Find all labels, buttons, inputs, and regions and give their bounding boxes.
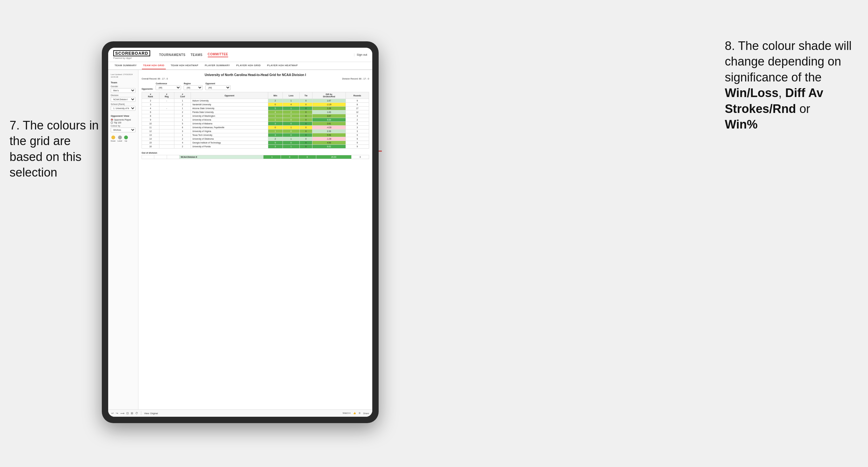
- cell-tie: 0: [300, 141, 312, 145]
- tab-player-h2h-heatmap[interactable]: PLAYER H2H HEATMAP: [266, 62, 299, 69]
- opponent-filter: Opponent (All): [205, 83, 231, 90]
- cell-diff: 3.67: [312, 114, 345, 118]
- ood-reg: [154, 155, 167, 159]
- cell-diff: 2.33: [312, 129, 345, 133]
- colour-by-label: Colour by: [111, 125, 135, 127]
- toolbar-feedback[interactable]: 👍: [353, 412, 356, 414]
- cell-rounds: 12: [345, 111, 369, 114]
- sub-nav: TEAM SUMMARY TEAM H2H GRID TEAM H2H HEAT…: [108, 62, 372, 70]
- col-rounds: Rounds: [345, 92, 369, 99]
- data-table: #Rank #Reg #Conf Opponent Win Loss Tie D…: [142, 92, 369, 149]
- toolbar-view-label[interactable]: View: Original: [144, 412, 158, 414]
- cell-win: 5: [268, 106, 283, 111]
- cell-tie: 0: [300, 106, 312, 111]
- table-row: 4 - 1 Arizona State University 5 1 0 2.2…: [142, 106, 369, 111]
- cell-conf: 1: [174, 99, 191, 103]
- annotation-left: 7. The colours in the grid are based on …: [9, 118, 102, 181]
- table-row: 10 5 University of Alabama 3 0 0 2.61 8: [142, 122, 369, 126]
- sidebar-timestamp: Last Updated: 27/03/2024 16:55:38: [111, 73, 135, 79]
- cell-tie: 0: [300, 103, 312, 106]
- cell-opponent: University of Oklahoma: [191, 137, 268, 141]
- col-reg: #Reg: [159, 92, 174, 99]
- opponent-select[interactable]: (All): [205, 85, 231, 90]
- cell-diff: 2.28: [312, 106, 345, 111]
- tab-player-summary[interactable]: PLAYER SUMMARY: [203, 62, 231, 69]
- conference-filter: Conference (All): [156, 83, 181, 90]
- tab-player-h2h-grid[interactable]: PLAYER H2H GRID: [235, 62, 262, 69]
- col-tie: Tie: [300, 92, 312, 99]
- toolbar-settings[interactable]: ⚙: [359, 412, 361, 414]
- cell-rank: 6: [142, 111, 159, 114]
- toolbar-watch[interactable]: Watch ▾: [343, 412, 351, 414]
- cell-loss: 1: [283, 145, 300, 149]
- legend-up: Up: [124, 135, 128, 142]
- table-row: 13 1 Texas Tech University 3 0 0 5.56 9: [142, 133, 369, 137]
- legend-level: Level: [117, 135, 122, 142]
- radio-group: Opponents Played Top 100: [111, 119, 135, 124]
- nav-committee[interactable]: COMMITTEE: [208, 53, 228, 57]
- cell-reg: [159, 133, 174, 137]
- sign-out-button[interactable]: Sign out: [357, 53, 367, 56]
- cell-win: 2: [268, 99, 283, 103]
- radio-top100-label: Top 100: [114, 122, 121, 124]
- cell-rank: 3: [142, 103, 159, 106]
- cell-win: 1: [268, 118, 283, 122]
- tab-team-summary[interactable]: TEAM SUMMARY: [113, 62, 138, 69]
- col-conf: #Conf: [174, 92, 191, 99]
- cell-rounds: 9: [345, 99, 369, 103]
- radio-opponents-label: Opponents Played: [114, 119, 131, 121]
- cell-rounds: 3: [345, 129, 369, 133]
- nav-teams[interactable]: TEAMS: [191, 53, 203, 57]
- gender-select[interactable]: Men's: [111, 88, 135, 93]
- toolbar-undo[interactable]: ↩: [111, 412, 114, 415]
- gender-label: Gender: [111, 85, 135, 88]
- tablet-screen: SCOREBOARD Powered by clippd TOURNAMENTS…: [108, 48, 372, 417]
- ood-diff: 26.00: [316, 155, 351, 159]
- radio-opponents-played[interactable]: Opponents Played: [111, 119, 135, 121]
- cell-conf: 5: [174, 122, 191, 126]
- toolbar-redo[interactable]: ↪: [116, 412, 118, 415]
- cell-rounds: 9: [345, 141, 369, 145]
- cell-loss: 0: [283, 129, 300, 133]
- radio-top100[interactable]: Top 100: [111, 122, 135, 124]
- cell-conf: 2: [174, 114, 191, 118]
- school-select[interactable]: 1. University of Nort...: [111, 106, 135, 111]
- division-record: Division Record: 88 - 17 - 0: [342, 77, 369, 80]
- cell-win: 3: [268, 122, 283, 126]
- out-of-division-title: Out of division: [142, 152, 369, 154]
- cell-tie: 0: [300, 133, 312, 137]
- cell-tie: 0: [300, 145, 312, 149]
- cell-rounds: 8: [345, 122, 369, 126]
- radio-dot-opponents: [111, 119, 113, 121]
- radio-dot-top100: [111, 122, 113, 124]
- cell-loss: 0: [283, 141, 300, 145]
- cell-diff: 4.50: [312, 141, 345, 145]
- cell-reg: [159, 114, 174, 118]
- toolbar-paste[interactable]: ⊞: [131, 412, 133, 415]
- cell-diff: -2.29: [312, 103, 345, 106]
- cell-rank: 16: [142, 145, 159, 149]
- toolbar-copy[interactable]: ⊡: [126, 412, 129, 415]
- nav-tournaments[interactable]: TOURNAMENTS: [159, 53, 186, 57]
- tab-team-h2h-grid[interactable]: TEAM H2H GRID: [142, 62, 166, 69]
- toolbar-clock[interactable]: ⏱: [135, 412, 138, 415]
- cell-loss: 0: [283, 118, 300, 122]
- cell-rank: 15: [142, 141, 159, 145]
- toolbar-forward[interactable]: ⟶: [120, 412, 124, 415]
- colour-by-select[interactable]: Win/loss: [111, 128, 135, 132]
- nav-items: TOURNAMENTS TEAMS COMMITTEE: [159, 53, 228, 57]
- tablet-frame: SCOREBOARD Powered by clippd TOURNAMENTS…: [102, 41, 379, 423]
- conference-select[interactable]: (All): [156, 85, 181, 90]
- cell-reg: [159, 111, 174, 114]
- toolbar-share[interactable]: Share: [363, 412, 369, 414]
- legend-up-label: Up: [125, 140, 127, 142]
- tab-team-h2h-heatmap[interactable]: TEAM H2H HEATMAP: [169, 62, 200, 69]
- region-select[interactable]: (All): [184, 85, 203, 90]
- cell-reg: [159, 126, 174, 129]
- cell-loss: 1: [283, 137, 300, 141]
- table-row: 16 2 University of Florida 3 1 0 6.62 9: [142, 145, 369, 149]
- division-select[interactable]: NCAA Division I: [111, 97, 135, 102]
- cell-loss: 1: [283, 126, 300, 129]
- cell-loss: 0: [283, 122, 300, 126]
- ood-conf: [167, 155, 179, 159]
